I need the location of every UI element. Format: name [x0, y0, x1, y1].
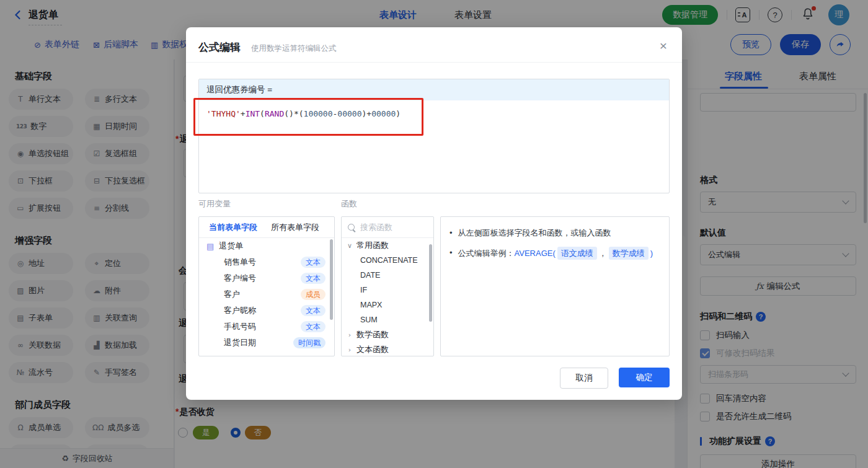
formula-token: INT [246, 109, 260, 118]
variable-name: 客户昵称 [224, 305, 301, 316]
function-item[interactable]: DATE [342, 268, 433, 283]
help-line-2: • 公式编辑举例：AVERAGE(语文成绩，数学成绩) [450, 247, 660, 260]
function-item[interactable]: IF [342, 283, 433, 298]
variable-row[interactable]: 客户昵称文本 [199, 302, 334, 319]
help-line-1: •从左侧面板选择字段名和函数，或输入函数 [450, 227, 660, 239]
chevron-expanded-icon: ∨ [347, 242, 353, 250]
formula-token: 'THYHQ' [206, 109, 241, 118]
formula-token: RAND [265, 109, 284, 118]
search-icon [348, 224, 355, 231]
confirm-button[interactable]: 确定 [619, 368, 670, 387]
formula-token: ( [260, 109, 265, 118]
tab-all-form-fields[interactable]: 所有表单字段 [271, 222, 319, 233]
formula-token: 100000 [304, 109, 333, 118]
formula-token: 00000 [337, 109, 361, 118]
example-chip: 语文成绩 [557, 247, 597, 260]
variable-row[interactable]: 退货日期时间戳 [199, 335, 334, 351]
formula-code-input[interactable]: 'THYHQ'+INT(RAND()*(100000-00000)+00000) [206, 109, 669, 118]
variable-name: 退货日期 [224, 337, 293, 348]
function-group-row[interactable]: ›文本函数 [342, 342, 433, 356]
formula-token: + [241, 109, 246, 118]
formula-help-panel: •从左侧面板选择字段名和函数，或输入函数 • 公式编辑举例：AVERAGE(语文… [440, 216, 670, 356]
field-type-badge: 成员 [301, 289, 326, 300]
field-type-badge: 文本 [301, 273, 326, 284]
function-search[interactable] [342, 217, 433, 238]
variable-row[interactable]: 手机号码文本 [199, 319, 334, 335]
function-group-label: 文本函数 [356, 344, 389, 355]
example-chip: 数学成绩 [609, 247, 649, 260]
cancel-button[interactable]: 取消 [560, 368, 608, 389]
variable-name: 手机号码 [224, 321, 301, 332]
formula-target-field: 退回优惠券编号 = [199, 79, 669, 100]
formula-edit-modal: 公式编辑 使用数学运算符编辑公式 × 退回优惠券编号 = 'THYHQ'+INT… [186, 27, 682, 400]
variables-label: 可用变量 [198, 198, 231, 210]
function-item[interactable]: MAPX [342, 298, 433, 312]
close-icon[interactable]: × [655, 37, 672, 55]
field-type-badge: 文本 [301, 257, 326, 268]
modal-subtitle: 使用数学运算符编辑公式 [251, 43, 337, 54]
formula-token: ()*( [284, 109, 303, 118]
chevron-collapsed-icon: › [347, 346, 353, 354]
form-doc-icon: ▤ [206, 242, 214, 251]
formula-token: + [366, 109, 371, 118]
field-type-badge: 时间戳 [293, 337, 326, 348]
variables-scrollbar[interactable] [330, 239, 333, 320]
function-item[interactable]: CONCATENATE [342, 253, 433, 268]
functions-label: 函数 [341, 198, 357, 210]
variables-panel: 当前表单字段 所有表单字段 ▤退货单销售单号文本客户编号文本客户成员客户昵称文本… [198, 216, 335, 356]
chevron-collapsed-icon: › [347, 331, 353, 339]
formula-token: ) [396, 109, 401, 118]
variable-name: 客户 [224, 289, 301, 300]
variable-row[interactable]: 客户成员 [199, 286, 334, 302]
variable-row[interactable]: 客户编号文本 [199, 270, 334, 286]
variable-root-row[interactable]: ▤退货单 [199, 238, 334, 254]
formula-editor: 退回优惠券编号 = 'THYHQ'+INT(RAND()*(100000-000… [198, 79, 670, 193]
functions-scrollbar[interactable] [429, 244, 432, 322]
tab-current-form-fields[interactable]: 当前表单字段 [209, 222, 257, 233]
variable-root-label: 退货单 [219, 241, 243, 252]
formula-token: 00000 [371, 109, 396, 118]
function-group-label: 常用函数 [356, 240, 389, 251]
function-search-input[interactable] [359, 222, 423, 232]
app-root: 退货单 表单设计 表单设置 数据管理 A ? 理 ⊘表单外链⊠后端脚本▥数据权 … [0, 0, 868, 468]
modal-title: 公式编辑 [198, 40, 241, 55]
variable-row[interactable]: 销售单号文本 [199, 254, 334, 270]
variable-name: 销售单号 [224, 257, 301, 268]
function-group-label: 数学函数 [356, 329, 389, 340]
function-item[interactable]: SUM [342, 312, 433, 327]
divider [186, 62, 682, 63]
function-group-row[interactable]: ∨常用函数 [342, 238, 433, 253]
field-type-badge: 文本 [301, 305, 326, 316]
function-group-row[interactable]: ›数学函数 [342, 327, 433, 342]
field-type-badge: 文本 [301, 321, 326, 332]
functions-panel: ∨常用函数CONCATENATEDATEIFMAPXSUM›数学函数›文本函数 [341, 216, 434, 356]
variable-name: 客户编号 [224, 273, 301, 284]
